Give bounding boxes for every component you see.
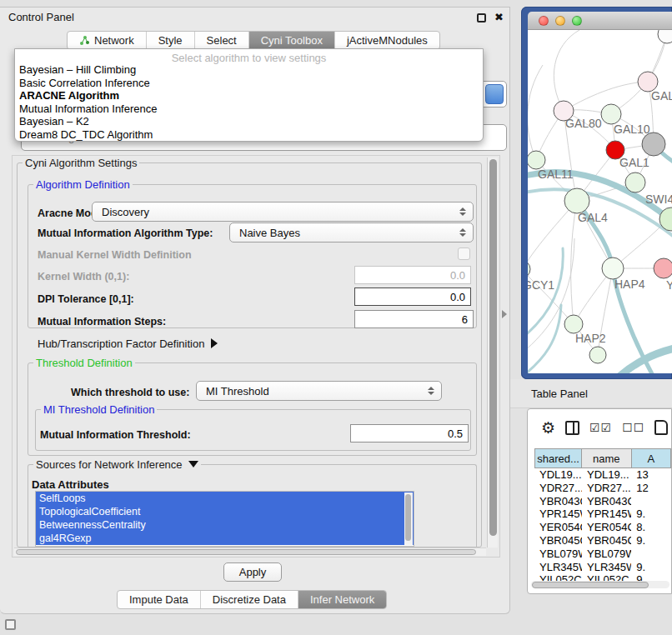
mi-steps-field[interactable]: 6 xyxy=(354,310,474,328)
table-panel-titlebar: Table Panel xyxy=(510,379,672,408)
cyni-mode-tabbar: Impute DataDiscretize DataInfer Network xyxy=(117,590,387,609)
tab-label: jActiveMNodules xyxy=(347,34,428,47)
manual-kernel-checkbox[interactable] xyxy=(458,248,470,260)
table-cell: 13 xyxy=(631,468,671,482)
table-column-header[interactable]: name xyxy=(582,448,631,468)
close-panel-icon[interactable]: ✖ xyxy=(494,11,504,23)
tab-impute-data[interactable]: Impute Data xyxy=(118,591,201,608)
network-node[interactable] xyxy=(589,347,606,363)
tab-discretize-data[interactable]: Discretize Data xyxy=(201,591,298,608)
table-row[interactable]: YDR27...YDR27...12 xyxy=(534,482,671,495)
network-node-hap2[interactable] xyxy=(564,315,583,333)
table-row[interactable]: YBL079WYBL079W xyxy=(534,548,671,561)
network-canvas[interactable]: GALGAL80GAL10GAL1GAL11SWI4GAL4GCY1HAP4YH… xyxy=(528,30,672,373)
node-label: HAP2 xyxy=(575,332,606,345)
table-row[interactable]: YBR045CYBR045C9. xyxy=(534,534,671,548)
tab-infer-network[interactable]: Infer Network xyxy=(298,591,386,608)
table-column-header[interactable]: shared... xyxy=(534,448,582,468)
control-panel-titlebar: Control Panel ✖ xyxy=(0,8,509,28)
algorithm-option[interactable]: Bayesian – K2 xyxy=(15,115,483,128)
apply-button[interactable]: Apply xyxy=(223,562,282,582)
dpi-tolerance-field[interactable]: 0.0 xyxy=(354,288,471,306)
mi-type-select[interactable]: Naive Bayes xyxy=(229,222,474,242)
attribute-list-item[interactable]: BetweennessCentrality xyxy=(36,518,414,532)
table-horizontal-scrollbar[interactable] xyxy=(531,581,669,588)
float-panel-icon[interactable] xyxy=(477,13,486,22)
window-close-icon[interactable] xyxy=(539,16,549,26)
expanded-arrow-icon[interactable] xyxy=(188,461,198,468)
table-cell: YER054C xyxy=(582,521,631,534)
mi-threshold-label: Mutual Information Threshold: xyxy=(40,429,191,441)
table-row[interactable]: YER054CYER054C8. xyxy=(534,521,671,534)
table-cell: YBR043C xyxy=(582,495,631,508)
network-node-gal4[interactable] xyxy=(564,188,589,213)
network-node-gal10[interactable] xyxy=(601,104,621,124)
table-cell: YBR045C xyxy=(534,534,582,548)
tab-select[interactable]: Select xyxy=(195,32,249,49)
table-row[interactable]: YBR043CYBR043C xyxy=(534,495,671,508)
kernel-width-field[interactable]: 0.0 xyxy=(354,266,471,284)
manual-kernel-label: Manual Kernel Width Definition xyxy=(38,249,192,261)
panel-splitter-handle[interactable] xyxy=(502,310,507,318)
hub-definition-toggle[interactable]: Hub/Transcription Factor Definition xyxy=(38,338,218,350)
table-row[interactable]: YPR145WYPR145W9. xyxy=(534,508,671,521)
network-node-hap4[interactable] xyxy=(602,258,624,279)
docked-panel-icon[interactable] xyxy=(5,619,16,630)
tab-style[interactable]: Style xyxy=(147,32,195,49)
algorithm-definition-title: Algorithm Definition xyxy=(33,178,133,191)
tab-label: Style xyxy=(158,34,183,47)
tab-jactivemnodules[interactable]: jActiveMNodules xyxy=(335,32,439,49)
attributes-list-scrollbar[interactable] xyxy=(404,492,413,545)
algorithm-option[interactable]: ARACNE Algorithm xyxy=(15,89,483,102)
algorithm-option[interactable]: Bayesian – Hill Climbing xyxy=(15,63,483,77)
deselect-all-checkboxes-icon[interactable]: ☐☐ xyxy=(622,421,644,434)
network-view-window[interactable]: GALGAL80GAL10GAL1GAL11SWI4GAL4GCY1HAP4YH… xyxy=(521,7,672,379)
which-threshold-select[interactable]: MI Threshold xyxy=(196,381,442,401)
table-cell: YDR27... xyxy=(582,482,631,495)
tab-label: Cyni Toolbox xyxy=(261,34,323,47)
cyni-settings-title: Cyni Algorithm Settings xyxy=(23,157,139,169)
settings-vertical-scrollbar[interactable] xyxy=(487,158,498,548)
dropdown-placeholder: Select algorithm to view settings xyxy=(15,49,483,63)
algorithm-option[interactable]: Dream8 DC_TDC Algorithm xyxy=(15,128,483,142)
table-cell: YPR145W xyxy=(534,508,582,521)
table-column-header[interactable]: A xyxy=(632,448,672,468)
collapsed-arrow-icon[interactable] xyxy=(211,338,218,348)
table-cell xyxy=(631,495,671,508)
combobox-arrow-button[interactable] xyxy=(485,84,504,104)
select-all-checkboxes-icon[interactable]: ☑☑ xyxy=(589,421,612,434)
new-table-icon[interactable] xyxy=(654,420,668,435)
aracne-mode-select[interactable]: Discovery xyxy=(92,202,474,222)
network-node-gal11[interactable] xyxy=(528,151,545,169)
settings-horizontal-scrollbar[interactable] xyxy=(14,548,486,556)
tab-cyni-toolbox[interactable]: Cyni Toolbox xyxy=(249,32,335,49)
tab-network[interactable]: Network xyxy=(68,32,147,49)
table-cell: YDL19... xyxy=(582,468,631,482)
dpi-tolerance-label: DPI Tolerance [0,1]: xyxy=(38,293,134,305)
attribute-list-item[interactable]: SelfLoops xyxy=(36,492,414,505)
attribute-list-item[interactable]: TopologicalCoefficient xyxy=(36,505,414,518)
algorithm-option[interactable]: Mutual Information Inference xyxy=(15,102,483,116)
node-label: GCY1 xyxy=(528,278,554,292)
table-cell: 9. xyxy=(631,508,671,521)
data-attributes-label: Data Attributes xyxy=(32,478,109,491)
table-cell: YBL079W xyxy=(582,548,631,561)
table-row[interactable]: YDL19...YDL19...13 xyxy=(534,468,671,482)
attribute-list-item[interactable]: gal4RGexp xyxy=(36,532,414,545)
network-node-gal1[interactable] xyxy=(625,172,645,192)
window-zoom-icon[interactable] xyxy=(572,16,582,26)
network-node-y[interactable] xyxy=(654,258,672,278)
hub-definition-label: Hub/Transcription Factor Definition xyxy=(38,338,204,350)
mi-threshold-field[interactable]: 0.5 xyxy=(350,424,469,442)
table-row[interactable]: YLR345WYLR345W9. xyxy=(534,561,671,574)
gear-icon[interactable]: ⚙ xyxy=(541,420,555,436)
window-minimize-icon[interactable] xyxy=(555,16,565,26)
network-node-gcy1[interactable] xyxy=(528,260,530,278)
network-window-titlebar[interactable] xyxy=(528,12,672,30)
algorithm-option[interactable]: Basic Correlation Inference xyxy=(15,77,483,90)
network-node[interactable] xyxy=(658,30,672,43)
sources-group-title[interactable]: Sources for Network Inference xyxy=(33,458,201,471)
mi-threshold-group-title: MI Threshold Definition xyxy=(41,403,157,416)
split-columns-icon[interactable] xyxy=(565,421,579,435)
network-node[interactable] xyxy=(642,132,665,156)
